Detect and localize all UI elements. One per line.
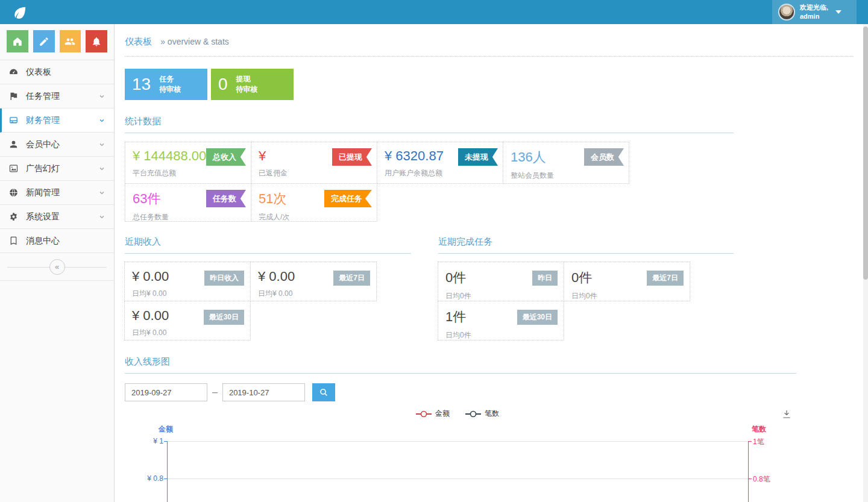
sidebar-item-news[interactable]: 新闻管理 [0, 181, 114, 205]
gauge-icon [8, 67, 19, 77]
left-tick-1: ¥ 1 [153, 437, 163, 445]
ribbon-badge: 完成任务 [324, 190, 372, 207]
card-subtitle: 日均0件 [571, 291, 682, 301]
tick-mark [164, 441, 167, 442]
bell-icon [91, 36, 102, 47]
stat-card-balance: ¥ 6320.87 未提现 用户账户余额总额 [377, 142, 503, 184]
top-bar: 欢迎光临, admin [0, 0, 868, 24]
ribbon-badge: 总收入 [206, 148, 246, 166]
chevron-down-icon [98, 117, 105, 124]
user-icon [8, 139, 19, 149]
collapse-sidebar-button[interactable]: « [49, 259, 65, 275]
sidebar-item-members[interactable]: 会员中心 [0, 133, 114, 157]
card-badge: 最近30日 [517, 310, 558, 325]
search-icon [319, 387, 329, 397]
ribbon-badge: 任务数 [206, 190, 246, 207]
edit-button[interactable] [33, 30, 55, 52]
chevron-down-icon [98, 213, 105, 221]
stat-subtitle: 用户账户余额总额 [385, 168, 495, 178]
sidebar-item-messages[interactable]: 消息中心 [0, 229, 114, 253]
card-subtitle: 日均0件 [445, 291, 556, 301]
scrollbar-thumb[interactable] [863, 27, 868, 280]
income-card-30days: ¥ 0.00 最近30日 日均¥ 0.00 [124, 301, 251, 340]
page-scrollbar[interactable] [863, 24, 868, 502]
breadcrumb-trail: » overview & stats [160, 37, 229, 46]
date-to-input[interactable] [222, 383, 305, 401]
legend-item-count[interactable]: 笔数 [465, 409, 499, 419]
stat-subtitle: 整站会员数量 [511, 171, 621, 181]
stat-card-total-income: ¥ 144488.00 总收入 平台充值总额 [125, 142, 251, 184]
left-axis-line [167, 441, 168, 502]
download-chart-icon[interactable] [781, 409, 792, 419]
search-button[interactable] [312, 383, 335, 401]
left-tick-0-8: ¥ 0.8 [147, 474, 163, 483]
user-menu[interactable]: 欢迎光临, admin [772, 0, 857, 24]
sidebar-item-label: 会员中心 [26, 139, 60, 150]
chevron-down-icon [98, 165, 105, 172]
home-icon [12, 36, 23, 47]
admin-dashboard: 欢迎光临, admin 仪表板 [0, 0, 868, 502]
tick-mark [164, 478, 167, 479]
ribbon-badge: 已提现 [332, 148, 372, 166]
badge-label: 提现 待审核 [236, 74, 258, 95]
chart-section-title: 收入线形图 [125, 356, 796, 374]
user-avatar [778, 4, 795, 20]
card-badge: 最近7日 [647, 271, 684, 286]
home-button[interactable] [7, 30, 28, 52]
pencil-icon [39, 36, 49, 47]
stats-row-1: ¥ 144488.00 总收入 平台充值总额 ¥ 已提现 已返佣金 ¥ 6320… [125, 142, 854, 184]
stat-subtitle: 完成人/次 [259, 212, 370, 222]
stat-card-completed: 51次 完成任务 完成人/次 [251, 183, 377, 222]
chevron-down-icon [98, 93, 105, 100]
date-from-input[interactable] [125, 383, 207, 401]
breadcrumb: 仪表板 » overview & stats [125, 24, 854, 57]
recent-income-cards: ¥ 0.00 昨日收入 日均¥ 0.00 ¥ 0.00 最近7日 日均¥ 0.0… [125, 262, 379, 340]
sidebar-item-label: 消息中心 [26, 236, 60, 246]
stats-row-2: 63件 任务数 总任务数量 51次 完成任务 完成人/次 [125, 183, 854, 222]
ribbon-badge: 会员数 [584, 148, 624, 166]
stat-card-rebate: ¥ 已提现 已返佣金 [251, 142, 377, 184]
quick-buttons [0, 24, 114, 60]
stat-subtitle: 已返佣金 [259, 168, 370, 178]
income-line-chart: 金额 笔数 金额 笔数 ¥ 1 ¥ 0.8 1笔 0 [125, 405, 854, 502]
tick-mark [749, 441, 752, 442]
card-badge: 昨日收入 [204, 271, 244, 286]
sidebar-item-ads[interactable]: 广告幻灯 [0, 157, 114, 181]
members-button[interactable] [60, 30, 81, 52]
card-subtitle: 日均0件 [445, 330, 556, 340]
gear-icon [8, 212, 19, 222]
recent-sections: 近期收入 ¥ 0.00 昨日收入 日均¥ 0.00 ¥ 0.00 最近7日 日均… [125, 236, 854, 340]
tasks-card-7days: 0件 最近7日 日均0件 [564, 262, 690, 301]
right-axis-title: 笔数 [752, 424, 766, 435]
breadcrumb-current[interactable]: 仪表板 [125, 36, 152, 46]
main-content: 仪表板 » overview & stats 13 任务 待审核 0 提现 待审… [115, 24, 863, 502]
income-card-yesterday: ¥ 0.00 昨日收入 日均¥ 0.00 [124, 262, 251, 301]
sidebar-menu: 仪表板 任务管理 财务管理 会员中心 广告幻灯 [0, 60, 114, 253]
sidebar-item-label: 新闻管理 [26, 187, 60, 198]
recent-income-title: 近期收入 [125, 236, 411, 254]
stat-subtitle: 总任务数量 [133, 212, 244, 222]
notifications-button[interactable] [86, 30, 107, 52]
sidebar-item-finance[interactable]: 财务管理 [0, 108, 114, 133]
sidebar-item-dashboard[interactable]: 仪表板 [0, 60, 114, 84]
legend-item-amount[interactable]: 金额 [416, 409, 450, 419]
tasks-card-yesterday: 0件 昨日 日均0件 [438, 262, 564, 301]
sidebar-item-label: 仪表板 [26, 67, 51, 78]
badge-count: 13 [132, 75, 151, 94]
stat-card-members: 136人 会员数 整站会员数量 [503, 142, 629, 184]
sidebar-item-settings[interactable]: 系统设置 [0, 205, 114, 229]
drive-icon [8, 115, 19, 125]
image-icon [8, 163, 19, 174]
chevron-down-icon [98, 189, 105, 196]
card-subtitle: 日均¥ 0.00 [258, 289, 369, 299]
card-badge: 最近7日 [333, 271, 370, 286]
gridline [167, 478, 749, 479]
pending-withdraw-badge[interactable]: 0 提现 待审核 [211, 69, 294, 100]
right-tick-0-8: 0.8笔 [753, 474, 770, 485]
income-card-7days: ¥ 0.00 最近7日 日均¥ 0.00 [250, 262, 377, 301]
badge-count: 0 [218, 75, 228, 94]
chevron-down-icon [98, 141, 105, 148]
sidebar-item-tasks[interactable]: 任务管理 [0, 84, 114, 108]
pending-tasks-badge[interactable]: 13 任务 待审核 [125, 69, 207, 100]
badge-label: 任务 待审核 [159, 74, 181, 95]
